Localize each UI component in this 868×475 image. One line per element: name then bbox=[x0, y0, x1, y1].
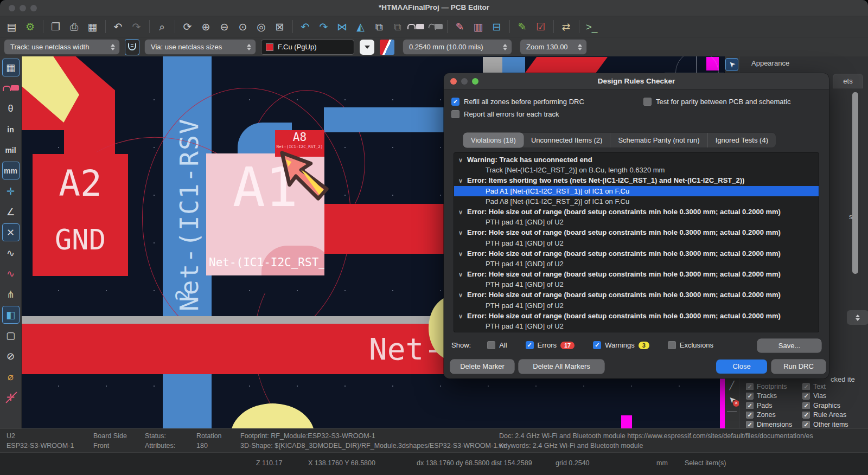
selection-filter-checkbox[interactable]: Vias bbox=[802, 393, 867, 400]
chevron-down-icon[interactable]: ∨ bbox=[458, 228, 467, 238]
layer-pair-icon[interactable] bbox=[380, 40, 394, 55]
violation-row[interactable]: Track [Net-(IC1-I2C_RST_2)] on B.Cu, len… bbox=[454, 165, 819, 175]
selection-filter-checkbox[interactable]: Other items bbox=[802, 421, 867, 428]
grid-lock-icon[interactable] bbox=[2, 79, 20, 97]
violation-row[interactable]: Pad A1 [Net-(IC1-I2C_RST_1)] of IC1 on F… bbox=[454, 186, 819, 196]
violation-row[interactable]: ∨Error: Items shorting two nets (nets Ne… bbox=[454, 175, 819, 185]
violation-row[interactable]: Pad A8 [Net-(IC1-I2C_RST_2)] of IC1 on F… bbox=[454, 196, 819, 207]
minimize-window-icon[interactable] bbox=[461, 78, 468, 85]
appearance-mini-select[interactable] bbox=[847, 310, 868, 325]
footprint-editor-icon[interactable]: ✎ bbox=[451, 18, 468, 35]
zoom-out-icon[interactable]: ⊖ bbox=[216, 18, 233, 35]
close-button[interactable]: Close bbox=[716, 360, 767, 374]
zoom-fit-icon[interactable]: ⊙ bbox=[234, 18, 251, 35]
violation-row[interactable]: ∨Error: Hole size out of range (board se… bbox=[454, 207, 819, 217]
violation-row[interactable]: ∨Error: Hole size out of range (board se… bbox=[454, 290, 819, 300]
selection-filter-checkbox[interactable]: Text bbox=[802, 383, 867, 390]
via-size-select[interactable]: Via: use netclass sizes bbox=[145, 40, 256, 54]
show-filter-checkbox[interactable]: Errors 17 bbox=[526, 341, 575, 349]
track-width-select[interactable]: Track: use netclass width bbox=[4, 40, 119, 54]
chevron-down-icon[interactable]: ∨ bbox=[458, 176, 467, 185]
test-parity-checkbox[interactable]: Test for parity between PCB and schemati… bbox=[643, 98, 791, 106]
violation-row[interactable]: PTH pad 41 [GND] of U2 bbox=[454, 259, 819, 269]
ungroup-icon[interactable]: ⧉ bbox=[389, 18, 406, 35]
net-highlight-pins-icon[interactable]: ⋔ bbox=[2, 285, 20, 303]
select-tool-button[interactable]: ➤ bbox=[725, 58, 738, 71]
violation-row[interactable]: PTH pad 41 [GND] of U2 bbox=[454, 321, 819, 331]
fcu-track[interactable] bbox=[324, 204, 454, 254]
polar-coordinates-icon[interactable]: θ bbox=[2, 100, 20, 118]
drc-tab[interactable]: Unconnected Items (2) bbox=[524, 133, 611, 147]
undo-icon[interactable]: ↶ bbox=[110, 18, 126, 35]
page-settings-icon[interactable]: ❐ bbox=[47, 18, 64, 35]
board-setup-icon[interactable]: ⚙ bbox=[22, 18, 39, 35]
violation-row[interactable]: ∨Error: Hole size out of range (board se… bbox=[454, 311, 819, 321]
hide-pads-icon[interactable]: ⌀ bbox=[2, 368, 20, 386]
violation-row[interactable]: PTH pad 41 [GND] of U2 bbox=[454, 279, 819, 290]
chevron-down-icon[interactable]: ∨ bbox=[458, 269, 467, 279]
refresh-icon[interactable]: ⟳ bbox=[179, 18, 196, 35]
rotate-ccw-icon[interactable]: ↶ bbox=[297, 18, 314, 35]
show-filter-checkbox[interactable]: Exclusions bbox=[668, 341, 713, 349]
rotate-cw-icon[interactable]: ↷ bbox=[315, 18, 332, 35]
selection-filter-checkbox[interactable]: Footprints bbox=[746, 383, 802, 390]
track-posture-button[interactable]: = bbox=[125, 39, 139, 55]
selection-filter-checkbox[interactable]: Pads bbox=[746, 402, 802, 409]
show-filter-checkbox[interactable]: All bbox=[487, 341, 507, 349]
scripting-console-icon[interactable]: >_ bbox=[583, 18, 600, 35]
zoom-window-icon[interactable] bbox=[472, 78, 478, 85]
grid-visibility-icon[interactable]: ▦ bbox=[2, 59, 20, 76]
update-pcb-icon[interactable]: ✎ bbox=[514, 18, 531, 35]
tab-nets-partial[interactable]: ets bbox=[833, 74, 863, 88]
run-drc-button[interactable]: Run DRC bbox=[771, 360, 826, 374]
drc-marker-arrow-icon[interactable] bbox=[272, 150, 336, 203]
active-layer-select[interactable]: F.Cu (PgUp) bbox=[261, 40, 354, 55]
mirror-icon[interactable]: ◭ bbox=[352, 18, 369, 35]
drc-tab[interactable]: Ignored Tests (4) bbox=[708, 133, 776, 147]
curved-ratsnest-icon[interactable]: ∿ bbox=[2, 244, 20, 262]
zoom-select[interactable]: Zoom 130.00 bbox=[520, 40, 586, 54]
chevron-down-icon[interactable]: ∨ bbox=[458, 249, 467, 259]
report-all-errors-checkbox[interactable]: Report all errors for each track bbox=[451, 110, 559, 118]
selection-filter-checkbox[interactable]: Zones bbox=[746, 412, 802, 419]
units-inches-icon[interactable]: in bbox=[2, 120, 20, 138]
violation-row[interactable]: ∨Error: Hole size out of range (board se… bbox=[454, 248, 819, 259]
violation-row[interactable]: ∨Error: Hole size out of range (board se… bbox=[454, 269, 819, 279]
horizontal-fcu-track[interactable]: Net- bbox=[22, 324, 449, 374]
delete-marker-button[interactable]: Delete Marker bbox=[450, 360, 514, 374]
save-button[interactable]: Save... bbox=[757, 339, 821, 352]
zone-outline-icon[interactable]: ▢ bbox=[2, 326, 20, 344]
grid-size-select[interactable]: 0.2540 mm (10.00 mils) bbox=[403, 40, 512, 54]
selection-filter-checkbox[interactable]: Graphics bbox=[802, 402, 867, 409]
lock-icon[interactable] bbox=[407, 18, 424, 35]
flip-icon[interactable]: ⋈ bbox=[334, 18, 350, 35]
zoom-objects-icon[interactable]: ◎ bbox=[253, 18, 270, 35]
selection-filter-checkbox[interactable]: Tracks bbox=[746, 393, 802, 400]
bcu-track[interactable] bbox=[324, 107, 454, 132]
violations-list[interactable]: ∨Warning: Track has unconnected end Trac… bbox=[454, 152, 819, 332]
units-mils-icon[interactable]: mil bbox=[2, 141, 20, 159]
redo-icon[interactable]: ↷ bbox=[128, 18, 145, 35]
refill-zones-checkbox[interactable]: Refill all zones before performing DRC bbox=[451, 98, 584, 106]
dialog-title-bar[interactable]: Design Rules Checker bbox=[444, 73, 829, 89]
selection-filter-checkbox[interactable]: Rule Areas bbox=[802, 412, 867, 419]
find-icon[interactable]: ⌕ bbox=[154, 18, 170, 35]
swap-layers-icon[interactable]: ⇄ bbox=[558, 18, 575, 35]
unlock-icon[interactable] bbox=[426, 18, 443, 35]
hide-footprints-icon[interactable]: ⊘ bbox=[2, 347, 20, 365]
zoom-selection-icon[interactable]: ⊠ bbox=[271, 18, 288, 35]
violation-row[interactable]: PTH pad 41 [GND] of U2 bbox=[454, 217, 819, 227]
measure-tool-button[interactable]: ╱ bbox=[726, 380, 738, 391]
footprint-library-icon[interactable]: ▥ bbox=[470, 18, 487, 35]
fcu-track[interactable] bbox=[525, 57, 608, 73]
hide-crosshairs-icon[interactable]: ✛ bbox=[2, 388, 20, 406]
print-icon[interactable]: ⎙ bbox=[66, 18, 82, 35]
bcu-track[interactable] bbox=[502, 57, 525, 73]
delete-all-markers-button[interactable]: Delete All Markers bbox=[519, 360, 604, 374]
drc-tab[interactable]: Violations (18) bbox=[463, 133, 524, 147]
drawing-sheet-icon[interactable]: ⊟ bbox=[488, 18, 505, 35]
close-window-icon[interactable] bbox=[450, 78, 457, 85]
chevron-down-icon[interactable]: ∨ bbox=[458, 311, 467, 321]
violation-row[interactable]: ∨Warning: Track has unconnected end bbox=[454, 155, 819, 165]
group-icon[interactable]: ⧉ bbox=[371, 18, 387, 35]
